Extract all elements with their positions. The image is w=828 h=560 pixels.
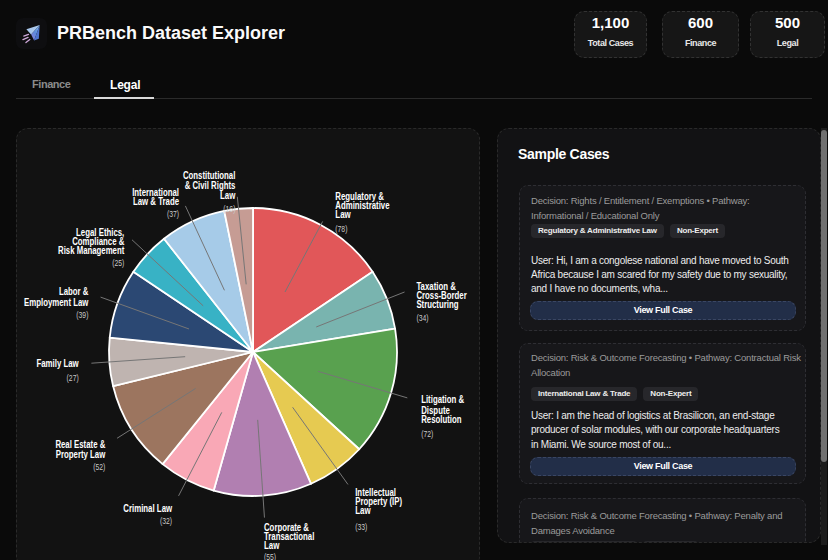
svg-text:(16): (16): [223, 204, 235, 214]
svg-text:Resolution: Resolution: [421, 414, 461, 425]
svg-text:Labor &: Labor &: [59, 286, 88, 297]
svg-text:Law: Law: [220, 190, 236, 201]
svg-text:Family Law: Family Law: [36, 358, 78, 369]
svg-text:(52): (52): [93, 462, 105, 472]
svg-text:Criminal Law: Criminal Law: [123, 503, 172, 514]
svg-text:(39): (39): [76, 310, 88, 320]
svg-text:(32): (32): [160, 516, 172, 526]
svg-text:(72): (72): [421, 429, 433, 439]
svg-text:(27): (27): [67, 373, 79, 383]
svg-text:(25): (25): [112, 258, 124, 268]
svg-text:(55): (55): [264, 552, 276, 560]
svg-text:Law: Law: [355, 505, 371, 516]
svg-text:Law: Law: [335, 209, 351, 220]
svg-text:Structuring: Structuring: [416, 299, 458, 310]
svg-text:Risk Management: Risk Management: [58, 245, 125, 256]
svg-text:(37): (37): [167, 209, 179, 219]
svg-text:Law: Law: [264, 540, 280, 551]
svg-text:Property Law: Property Law: [56, 449, 106, 460]
svg-text:(34): (34): [416, 313, 428, 323]
svg-text:(33): (33): [355, 522, 367, 532]
svg-text:(78): (78): [335, 224, 347, 234]
svg-text:Employment Law: Employment Law: [24, 297, 89, 308]
svg-text:Law & Trade: Law & Trade: [133, 196, 179, 207]
